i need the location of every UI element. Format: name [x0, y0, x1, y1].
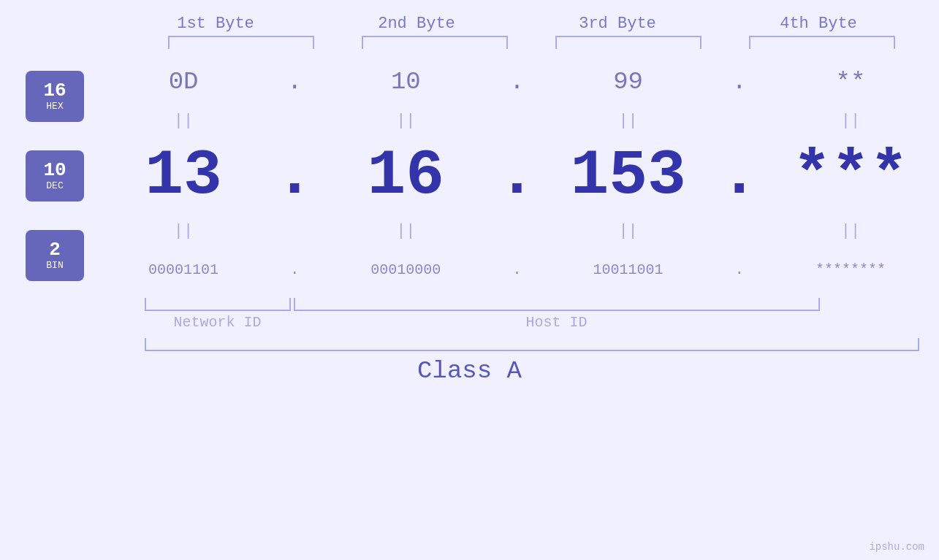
dot-hex-2: . — [502, 68, 531, 96]
dec-byte-4: *** — [770, 144, 931, 208]
main-content: 16 HEX 10 DEC 2 BIN 0D . 10 . 99 . ** — [0, 56, 939, 295]
hex-row: 0D . 10 . 99 . ** — [95, 56, 939, 107]
dot-bin-2: . — [502, 261, 531, 278]
id-labels-row: Network ID Host ID — [145, 314, 919, 331]
dot-dec-3: . — [725, 144, 754, 208]
dot-dec-1: . — [280, 144, 309, 208]
byte-label-4: 4th Byte — [745, 15, 892, 33]
byte-labels-row: 1st Byte 2nd Byte 3rd Byte 4th Byte — [115, 15, 919, 33]
badges-column: 16 HEX 10 DEC 2 BIN — [0, 56, 95, 295]
byte-label-3: 3rd Byte — [544, 15, 691, 33]
host-bracket — [294, 298, 820, 311]
top-bracket-1 — [168, 36, 314, 49]
class-label: Class A — [417, 357, 522, 385]
host-id-label: Host ID — [294, 314, 820, 331]
bin-row: 00001101 . 00010000 . 10011001 . *******… — [95, 244, 939, 295]
byte-label-2: 2nd Byte — [343, 15, 490, 33]
dot-bin-1: . — [280, 261, 309, 278]
eq1-b2: || — [325, 112, 486, 130]
dec-byte-2: 16 — [325, 144, 486, 208]
eq1-b3: || — [548, 112, 709, 130]
top-brackets-row — [145, 36, 919, 49]
network-id-label: Network ID — [145, 314, 291, 331]
dec-byte-1: 13 — [103, 144, 264, 208]
values-grid: 0D . 10 . 99 . ** || || || || 13 — [95, 56, 939, 295]
top-bracket-3 — [555, 36, 702, 49]
byte-label-1: 1st Byte — [142, 15, 289, 33]
eq2-b1: || — [103, 222, 264, 240]
class-bracket — [145, 338, 919, 351]
bin-byte-4: ******** — [770, 261, 931, 278]
eq-row-1: || || || || — [95, 107, 939, 134]
network-bracket — [145, 298, 291, 311]
eq2-b2: || — [325, 222, 486, 240]
hex-byte-1: 0D — [103, 68, 264, 96]
hex-byte-2: 10 — [325, 68, 486, 96]
dot-hex-3: . — [725, 68, 754, 96]
watermark: ipshu.com — [869, 541, 924, 553]
eq2-b3: || — [548, 222, 709, 240]
eq2-b4: || — [770, 222, 931, 240]
eq1-b1: || — [103, 112, 264, 130]
bin-byte-1: 00001101 — [103, 261, 264, 278]
eq-row-2: || || || || — [95, 218, 939, 244]
dec-byte-3: 153 — [548, 144, 709, 208]
hex-byte-4: ** — [770, 68, 931, 96]
dec-row: 13 . 16 . 153 . *** — [95, 134, 939, 218]
hex-badge: 16 HEX — [26, 71, 84, 122]
dec-badge: 10 DEC — [26, 150, 84, 202]
bin-byte-2: 00010000 — [325, 261, 486, 278]
page-container: 1st Byte 2nd Byte 3rd Byte 4th Byte 16 H… — [0, 0, 939, 560]
bin-byte-3: 10011001 — [548, 261, 709, 278]
bin-badge: 2 BIN — [26, 230, 84, 281]
hex-byte-3: 99 — [548, 68, 709, 96]
dot-dec-2: . — [502, 144, 531, 208]
top-bracket-4 — [749, 36, 895, 49]
dot-hex-1: . — [280, 68, 309, 96]
dot-bin-3: . — [725, 261, 754, 278]
bottom-brackets-row — [145, 298, 919, 311]
top-bracket-2 — [362, 36, 508, 49]
eq1-b4: || — [770, 112, 931, 130]
